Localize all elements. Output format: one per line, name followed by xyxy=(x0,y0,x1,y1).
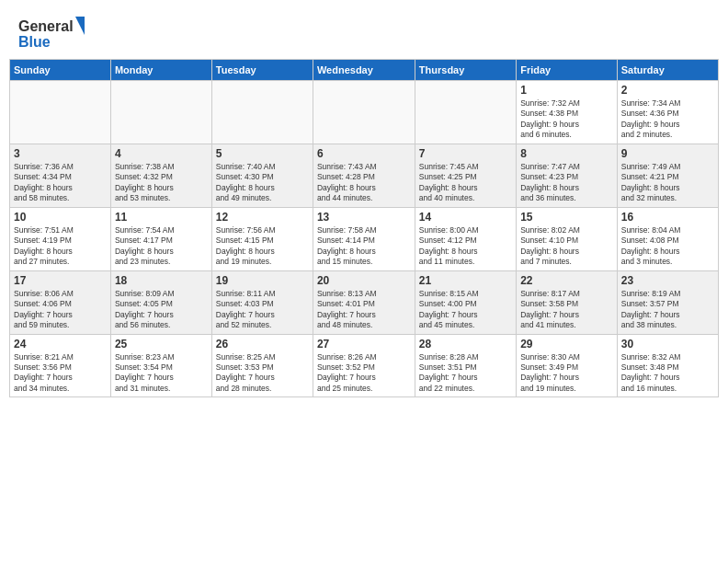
day-detail: Sunrise: 8:25 AM Sunset: 3:53 PM Dayligh… xyxy=(216,352,309,395)
day-detail: Sunrise: 7:58 AM Sunset: 4:14 PM Dayligh… xyxy=(317,225,411,268)
calendar-week-row: 10Sunrise: 7:51 AM Sunset: 4:19 PM Dayli… xyxy=(10,207,719,270)
day-number: 29 xyxy=(520,338,613,350)
calendar-cell: 5Sunrise: 7:40 AM Sunset: 4:30 PM Daylig… xyxy=(211,144,313,207)
calendar-week-row: 3Sunrise: 7:36 AM Sunset: 4:34 PM Daylig… xyxy=(10,144,719,207)
calendar-cell xyxy=(110,81,211,144)
calendar-cell: 25Sunrise: 8:23 AM Sunset: 3:54 PM Dayli… xyxy=(110,334,211,397)
day-number: 28 xyxy=(419,338,512,350)
calendar-cell xyxy=(313,81,415,144)
calendar-cell: 24Sunrise: 8:21 AM Sunset: 3:56 PM Dayli… xyxy=(10,334,111,397)
day-number: 1 xyxy=(520,84,613,97)
weekday-header: Friday xyxy=(517,60,618,81)
day-number: 5 xyxy=(216,147,309,160)
day-detail: Sunrise: 7:51 AM Sunset: 4:19 PM Dayligh… xyxy=(14,225,107,268)
calendar-cell: 2Sunrise: 7:34 AM Sunset: 4:36 PM Daylig… xyxy=(617,81,718,144)
svg-text:Blue: Blue xyxy=(18,34,51,50)
day-detail: Sunrise: 8:32 AM Sunset: 3:48 PM Dayligh… xyxy=(621,352,714,395)
calendar-cell: 20Sunrise: 8:13 AM Sunset: 4:01 PM Dayli… xyxy=(313,270,415,334)
header: GeneralBlue xyxy=(9,7,719,55)
calendar-cell: 30Sunrise: 8:32 AM Sunset: 3:48 PM Dayli… xyxy=(617,334,718,397)
day-number: 4 xyxy=(115,147,208,160)
calendar-week-row: 1Sunrise: 7:32 AM Sunset: 4:38 PM Daylig… xyxy=(10,81,719,144)
day-detail: Sunrise: 7:43 AM Sunset: 4:28 PM Dayligh… xyxy=(317,162,411,204)
day-number: 24 xyxy=(14,338,107,350)
page-container: GeneralBlue SundayMondayTuesdayWednesday… xyxy=(0,0,728,563)
calendar-cell: 28Sunrise: 8:28 AM Sunset: 3:51 PM Dayli… xyxy=(415,334,516,397)
day-number: 2 xyxy=(621,84,714,97)
day-detail: Sunrise: 7:36 AM Sunset: 4:34 PM Dayligh… xyxy=(14,162,107,204)
calendar-week-row: 17Sunrise: 8:06 AM Sunset: 4:06 PM Dayli… xyxy=(10,270,719,334)
day-number: 30 xyxy=(621,338,714,350)
logo: GeneralBlue xyxy=(18,15,92,52)
calendar-cell: 19Sunrise: 8:11 AM Sunset: 4:03 PM Dayli… xyxy=(211,270,313,334)
calendar-cell: 1Sunrise: 7:32 AM Sunset: 4:38 PM Daylig… xyxy=(517,81,618,144)
day-detail: Sunrise: 8:02 AM Sunset: 4:10 PM Dayligh… xyxy=(520,225,613,268)
calendar-table: SundayMondayTuesdayWednesdayThursdayFrid… xyxy=(9,59,719,397)
calendar-cell: 14Sunrise: 8:00 AM Sunset: 4:12 PM Dayli… xyxy=(415,207,516,270)
weekday-header: Monday xyxy=(110,60,211,81)
day-number: 14 xyxy=(419,211,512,224)
calendar-cell: 10Sunrise: 7:51 AM Sunset: 4:19 PM Dayli… xyxy=(10,207,111,270)
day-detail: Sunrise: 8:23 AM Sunset: 3:54 PM Dayligh… xyxy=(115,352,208,395)
calendar-cell: 15Sunrise: 8:02 AM Sunset: 4:10 PM Dayli… xyxy=(517,207,618,270)
calendar-cell: 29Sunrise: 8:30 AM Sunset: 3:49 PM Dayli… xyxy=(517,334,618,397)
day-number: 9 xyxy=(621,147,714,160)
calendar-cell xyxy=(10,81,111,144)
weekday-header: Thursday xyxy=(415,60,516,81)
day-detail: Sunrise: 8:30 AM Sunset: 3:49 PM Dayligh… xyxy=(520,352,613,395)
day-detail: Sunrise: 8:17 AM Sunset: 3:58 PM Dayligh… xyxy=(520,289,613,331)
day-number: 10 xyxy=(14,211,107,224)
day-detail: Sunrise: 8:26 AM Sunset: 3:52 PM Dayligh… xyxy=(317,352,411,395)
calendar-cell: 16Sunrise: 8:04 AM Sunset: 4:08 PM Dayli… xyxy=(617,207,718,270)
calendar-cell: 9Sunrise: 7:49 AM Sunset: 4:21 PM Daylig… xyxy=(617,144,718,207)
day-number: 27 xyxy=(317,338,411,350)
day-detail: Sunrise: 8:00 AM Sunset: 4:12 PM Dayligh… xyxy=(419,225,512,268)
calendar-cell: 4Sunrise: 7:38 AM Sunset: 4:32 PM Daylig… xyxy=(110,144,211,207)
calendar-cell: 11Sunrise: 7:54 AM Sunset: 4:17 PM Dayli… xyxy=(110,207,211,270)
calendar-cell: 13Sunrise: 7:58 AM Sunset: 4:14 PM Dayli… xyxy=(313,207,415,270)
day-number: 19 xyxy=(216,274,309,287)
svg-text:General: General xyxy=(18,18,74,34)
day-detail: Sunrise: 7:34 AM Sunset: 4:36 PM Dayligh… xyxy=(621,98,714,141)
day-detail: Sunrise: 8:15 AM Sunset: 4:00 PM Dayligh… xyxy=(419,289,512,331)
calendar-cell: 22Sunrise: 8:17 AM Sunset: 3:58 PM Dayli… xyxy=(517,270,618,334)
day-detail: Sunrise: 8:19 AM Sunset: 3:57 PM Dayligh… xyxy=(621,289,714,331)
day-number: 20 xyxy=(317,274,411,287)
day-detail: Sunrise: 8:13 AM Sunset: 4:01 PM Dayligh… xyxy=(317,289,411,331)
day-detail: Sunrise: 7:47 AM Sunset: 4:23 PM Dayligh… xyxy=(520,162,613,204)
calendar-cell: 8Sunrise: 7:47 AM Sunset: 4:23 PM Daylig… xyxy=(517,144,618,207)
day-number: 7 xyxy=(419,147,512,160)
day-number: 11 xyxy=(115,211,208,224)
weekday-header: Wednesday xyxy=(313,60,415,81)
day-detail: Sunrise: 8:11 AM Sunset: 4:03 PM Dayligh… xyxy=(216,289,309,331)
calendar-cell: 12Sunrise: 7:56 AM Sunset: 4:15 PM Dayli… xyxy=(211,207,313,270)
day-number: 6 xyxy=(317,147,411,160)
day-number: 12 xyxy=(216,211,309,224)
day-detail: Sunrise: 7:45 AM Sunset: 4:25 PM Dayligh… xyxy=(419,162,512,204)
calendar-cell xyxy=(211,81,313,144)
day-number: 18 xyxy=(115,274,208,287)
weekday-header-row: SundayMondayTuesdayWednesdayThursdayFrid… xyxy=(10,60,719,81)
day-detail: Sunrise: 7:54 AM Sunset: 4:17 PM Dayligh… xyxy=(115,225,208,268)
day-detail: Sunrise: 8:21 AM Sunset: 3:56 PM Dayligh… xyxy=(14,352,107,395)
day-number: 3 xyxy=(14,147,107,160)
calendar-cell: 7Sunrise: 7:45 AM Sunset: 4:25 PM Daylig… xyxy=(415,144,516,207)
svg-marker-2 xyxy=(75,17,85,35)
day-number: 26 xyxy=(216,338,309,350)
day-detail: Sunrise: 7:32 AM Sunset: 4:38 PM Dayligh… xyxy=(520,98,613,141)
day-detail: Sunrise: 7:38 AM Sunset: 4:32 PM Dayligh… xyxy=(115,162,208,204)
calendar-cell: 27Sunrise: 8:26 AM Sunset: 3:52 PM Dayli… xyxy=(313,334,415,397)
day-number: 25 xyxy=(115,338,208,350)
calendar-cell: 3Sunrise: 7:36 AM Sunset: 4:34 PM Daylig… xyxy=(10,144,111,207)
day-number: 8 xyxy=(520,147,613,160)
day-number: 13 xyxy=(317,211,411,224)
day-detail: Sunrise: 8:09 AM Sunset: 4:05 PM Dayligh… xyxy=(115,289,208,331)
calendar-cell: 17Sunrise: 8:06 AM Sunset: 4:06 PM Dayli… xyxy=(10,270,111,334)
day-detail: Sunrise: 8:04 AM Sunset: 4:08 PM Dayligh… xyxy=(621,225,714,268)
day-number: 15 xyxy=(520,211,613,224)
logo-svg: GeneralBlue xyxy=(18,15,92,52)
weekday-header: Saturday xyxy=(617,60,718,81)
calendar-cell: 26Sunrise: 8:25 AM Sunset: 3:53 PM Dayli… xyxy=(211,334,313,397)
day-detail: Sunrise: 8:06 AM Sunset: 4:06 PM Dayligh… xyxy=(14,289,107,331)
day-number: 23 xyxy=(621,274,714,287)
